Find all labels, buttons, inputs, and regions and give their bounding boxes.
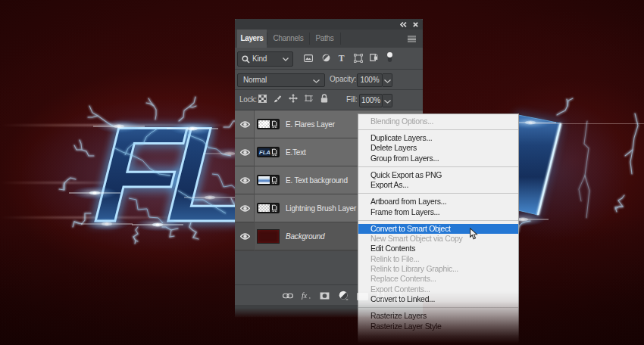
svg-text:T: T	[339, 54, 345, 62]
svg-text:fx: fx	[302, 291, 308, 300]
